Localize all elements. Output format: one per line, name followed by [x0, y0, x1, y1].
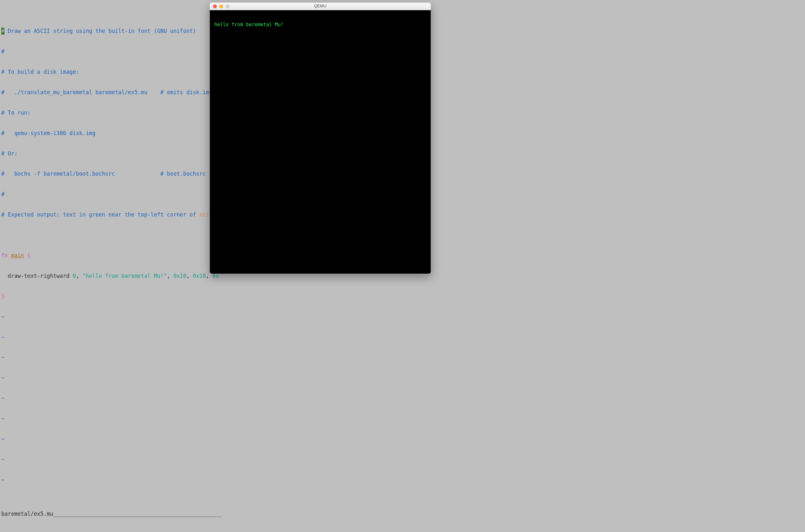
qemu-output-text: hello from baremetal Mu!: [214, 22, 284, 27]
window-controls: [210, 4, 230, 8]
window-title: QEMU: [210, 3, 431, 8]
zoom-icon: [226, 4, 230, 8]
close-icon[interactable]: [213, 4, 217, 8]
tilde-line: ~: [1, 395, 804, 402]
tilde-line: ~: [1, 375, 804, 381]
minimize-icon[interactable]: [219, 4, 223, 8]
qemu-window[interactable]: QEMU hello from baremetal Mu!: [209, 2, 431, 274]
tilde-line: ~: [1, 354, 804, 361]
cursor: #: [1, 28, 4, 35]
tilde-line: ~: [1, 334, 804, 341]
tilde-line: ~: [1, 477, 804, 483]
qemu-titlebar[interactable]: QEMU: [210, 3, 431, 10]
split-status-line: baremetal/ex5.mu________________________…: [1, 511, 804, 517]
qemu-display[interactable]: hello from baremetal Mu!: [210, 10, 431, 274]
tilde-line: ~: [1, 436, 804, 442]
tilde-line: ~: [1, 456, 804, 463]
comment-text: Draw an ASCII string using the built-in …: [4, 28, 196, 34]
tilde-line: ~: [1, 415, 804, 422]
tilde-line: ~: [1, 314, 804, 320]
code-line: }: [1, 293, 804, 300]
